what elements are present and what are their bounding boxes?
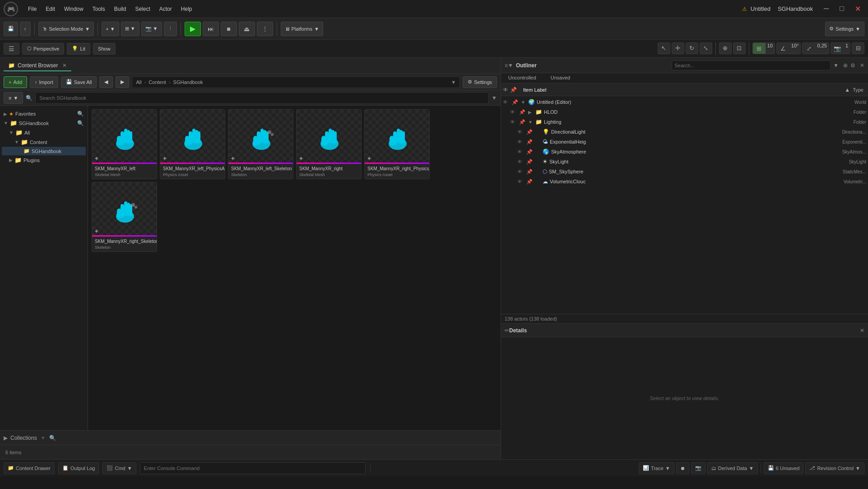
search-input-cb[interactable] [35, 92, 489, 104]
tab-uncontrolled[interactable]: Uncontrolled [501, 73, 543, 83]
source-control-button[interactable]: ↑ [20, 22, 31, 36]
save-all-button[interactable]: 💾 Save All [61, 76, 97, 88]
more-options-button[interactable]: ⋮ [164, 22, 177, 36]
outliner-search-dropdown[interactable]: ▼ [833, 62, 839, 69]
add-level-button[interactable]: + ▼ [102, 22, 119, 36]
select-tool[interactable]: ↖ [658, 42, 670, 54]
derived-data-button[interactable]: 🗂 Derived Data ▼ [707, 462, 758, 474]
viewport-hamburger[interactable]: ☰ [4, 43, 19, 55]
asset-card-2[interactable]: ✦ SKM_MannyXR_left_Skeleton Skeleton [228, 109, 293, 179]
camera-button[interactable]: 📷 ▼ [141, 22, 162, 36]
content-drawer-button[interactable]: 📁 Content Drawer [4, 462, 55, 474]
output-log-button[interactable]: 📋 Output Log [58, 462, 99, 474]
trace-button[interactable]: 📊 Trace ▼ [639, 462, 674, 474]
outliner-item-5[interactable]: 👁 📌 🌎 SkyAtmosphere SkyAtmos... [501, 147, 868, 157]
perspective-button[interactable]: ⬡ Perspective [22, 43, 64, 55]
lit-button[interactable]: 💡 Lit [67, 43, 90, 55]
outliner-item-7[interactable]: 👁 📌 ⬡ SM_SkySphere StaticMes... [501, 167, 868, 177]
import-button[interactable]: ↑ Import [30, 76, 58, 88]
world-tool[interactable]: ⊕ [719, 42, 732, 54]
platforms-button[interactable]: 🖥 Platforms ▼ [281, 22, 323, 36]
grid-snap-button[interactable]: ⊞ ▼ [121, 22, 139, 36]
skip-button[interactable]: ⏭ [203, 22, 219, 36]
menu-item-help[interactable]: Help [176, 4, 197, 14]
path-all[interactable]: All [136, 79, 141, 85]
item-label-col[interactable]: Item Label [520, 87, 845, 93]
favorites-search-icon[interactable]: 🔍 [77, 111, 84, 117]
grid-toggle[interactable]: ⊞ [753, 43, 766, 54]
outliner-item-6[interactable]: 👁 📌 ☀ SkyLight SkyLight [501, 157, 868, 167]
menu-item-actor[interactable]: Actor [155, 4, 176, 14]
cmd-button[interactable]: ⬛ Cmd ▼ [102, 462, 136, 474]
tree-all[interactable]: ▼ 📁 All [2, 128, 86, 137]
type-col[interactable]: Type [850, 87, 866, 93]
show-button[interactable]: Show [93, 43, 116, 55]
tree-content[interactable]: ▼ 📁 Content [2, 137, 86, 147]
tree-sghandbook-folder[interactable]: 📁 SGHandbook [2, 147, 86, 155]
outliner-item-0[interactable]: 👁 📌 ▼ 🌍 Untitled (Editor) World [501, 97, 868, 107]
menu-item-edit[interactable]: Edit [41, 4, 60, 14]
surface-snap-tool[interactable]: ⊡ [733, 42, 746, 54]
asset-card-1[interactable]: ✦ SKM_MannyXR_left_PhysicsAsset Physics … [160, 109, 225, 179]
history-back-button[interactable]: ◀ [99, 76, 113, 88]
revision-control-button[interactable]: ⎇ Revision Control ▼ [805, 462, 864, 474]
camera-toggle[interactable]: 📷 [831, 43, 844, 54]
collections-add-icon[interactable]: + [42, 435, 45, 441]
outliner-filter-icon[interactable]: ≡▼ [505, 62, 513, 69]
filter-button[interactable]: ≡ ▼ [4, 92, 23, 104]
save-button[interactable]: 💾 [4, 22, 18, 36]
menu-item-window[interactable]: Window [60, 4, 88, 14]
outliner-icon1[interactable]: ⊕ [843, 62, 848, 69]
close-tab-icon[interactable]: ✕ [62, 62, 67, 69]
details-close-icon[interactable]: ✕ [860, 327, 864, 334]
add-button[interactable]: + Add [4, 76, 27, 88]
unsaved-button[interactable]: 💾 6 Unsaved [764, 462, 804, 474]
angle-toggle[interactable]: ∠ [777, 43, 789, 54]
maximize-button[interactable]: □ [836, 4, 848, 14]
path-sghandbook[interactable]: SGHandbook [173, 79, 203, 85]
outliner-settings-icon[interactable]: ⚙ [850, 62, 855, 69]
rotate-tool[interactable]: ↻ [686, 42, 698, 54]
path-dropdown-icon[interactable]: ▼ [451, 79, 456, 85]
record-button[interactable]: ⏺ [676, 462, 689, 474]
camera-sb-button[interactable]: 📷 [691, 462, 706, 474]
minimize-button[interactable]: ─ [820, 4, 832, 14]
tree-sghandbook[interactable]: ▼ 📁 SGHandbook 🔍 [2, 118, 86, 128]
eject-button[interactable]: ⏏ [239, 22, 255, 36]
more-play-button[interactable]: ⋮ [257, 22, 273, 36]
outliner-item-4[interactable]: 👁 📌 🌤 ExponentialHeig Exponenti... [501, 137, 868, 147]
menu-item-build[interactable]: Build [110, 4, 131, 14]
scale-tool[interactable]: ⤡ [700, 42, 712, 54]
tree-favorites[interactable]: ▶ ★ Favorites 🔍 [2, 109, 86, 118]
outliner-item-1[interactable]: 👁 📌 ▶ 📁 HLOD Folder [501, 107, 868, 117]
path-content[interactable]: Content [149, 79, 166, 85]
tree-plugins[interactable]: ▶ 📁 Plugins [2, 155, 86, 165]
asset-card-0[interactable]: ✦ SKM_MannyXR_left Skeletal Mesh [92, 109, 157, 179]
outliner-item-2[interactable]: 👁 📌 ▼ 📁 Lighting Folder [501, 117, 868, 127]
asset-card-5[interactable]: ✦ SKM_MannyXR_right_Skeleton Skeleton [92, 182, 157, 252]
console-input[interactable] [140, 462, 366, 474]
asset-card-3[interactable]: ✦ SKM_MannyXR_right Skeletal Mesh [296, 109, 362, 179]
outliner-item-3[interactable]: 👁 📌 💡 DirectionalLight Directiona... [501, 127, 868, 137]
tab-unsaved[interactable]: Unsaved [543, 73, 577, 83]
selection-mode-button[interactable]: 🖱 Selection Mode ▼ [38, 22, 94, 36]
outliner-search-input[interactable] [672, 61, 831, 70]
settings-button-cb[interactable]: ⚙ Settings [463, 76, 497, 88]
close-button[interactable]: ✕ [851, 4, 864, 14]
menu-item-tools[interactable]: Tools [88, 4, 110, 14]
history-forward-button[interactable]: ▶ [116, 76, 129, 88]
menu-item-file[interactable]: File [23, 4, 41, 14]
scale-toggle[interactable]: ⤢ [803, 43, 815, 54]
menu-item-select[interactable]: Select [130, 4, 154, 14]
move-tool[interactable]: ✛ [672, 42, 684, 54]
outliner-item-8[interactable]: 👁 📌 ☁ VolumetricClouc Volumetri... [501, 177, 868, 186]
layout-tool[interactable]: ⊟ [852, 42, 864, 54]
content-browser-tab[interactable]: 📁 Content Browser ✕ [4, 61, 71, 71]
collections-arrow-icon[interactable]: ▶ [4, 435, 8, 441]
collections-search-icon[interactable]: 🔍 [49, 435, 56, 441]
stop-button[interactable]: ■ [221, 22, 237, 36]
outliner-close-icon[interactable]: ✕ [860, 62, 864, 69]
play-button[interactable]: ▶ [185, 22, 201, 36]
search-dropdown-icon[interactable]: ▼ [492, 95, 497, 101]
sghandbook-search-icon[interactable]: 🔍 [77, 120, 84, 126]
